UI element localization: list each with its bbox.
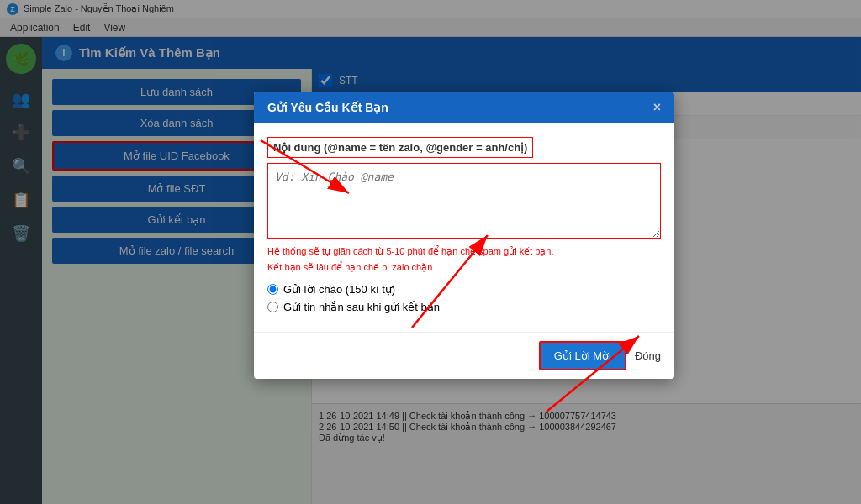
- dialog: Gửi Yêu Cầu Kết Bạn × Nội dung (@name = …: [254, 92, 674, 379]
- radio-greeting-label: Gửi lời chào (150 kí tự): [283, 283, 395, 296]
- dialog-footer: Gửi Lời Mời Đóng: [254, 332, 674, 379]
- radio-group: Gửi lời chào (150 kí tự) Gửi tin nhắn sa…: [267, 283, 661, 313]
- dialog-header: Gửi Yêu Cầu Kết Bạn ×: [254, 92, 674, 123]
- radio-message[interactable]: [267, 302, 278, 312]
- close-dialog-button[interactable]: Đóng: [635, 349, 661, 362]
- dialog-close-icon[interactable]: ×: [653, 100, 661, 115]
- modal-overlay: Gửi Yêu Cầu Kết Bạn × Nội dung (@name = …: [0, 0, 861, 504]
- warning-text-1: Hệ thống sẽ tự giãn cách từ 5-10 phút để…: [267, 246, 661, 257]
- content-label: Nội dung (@name = tên zalo, @gender = an…: [267, 137, 533, 158]
- send-button[interactable]: Gửi Lời Mời: [539, 341, 626, 370]
- radio-item-1: Gửi lời chào (150 kí tự): [267, 283, 661, 296]
- radio-message-label: Gửi tin nhắn sau khi gửi kết bạn: [283, 301, 440, 313]
- warning-text-2: Kết bạn sẽ lâu để hạn chế bị zalo chặn: [267, 262, 661, 273]
- radio-item-2: Gửi tin nhắn sau khi gửi kết bạn: [267, 301, 661, 313]
- dialog-title: Gửi Yêu Cầu Kết Bạn: [267, 101, 388, 114]
- message-textarea[interactable]: [267, 163, 661, 239]
- radio-greeting[interactable]: [267, 284, 278, 295]
- dialog-body: Nội dung (@name = tên zalo, @gender = an…: [254, 123, 674, 332]
